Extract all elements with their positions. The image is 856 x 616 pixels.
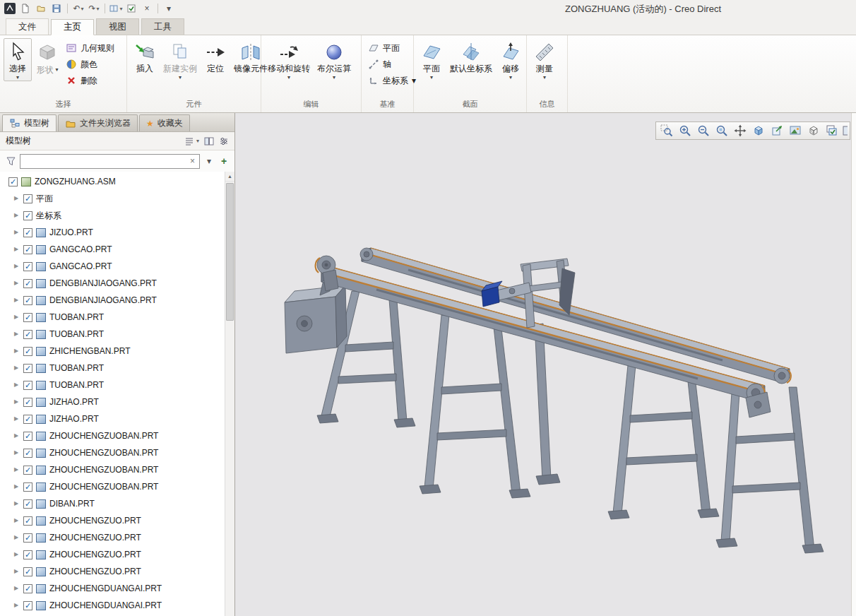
expand-arrow-icon[interactable]: ▶ [13,195,20,202]
tree-item-label[interactable]: TUOBAN.PRT [49,380,104,390]
tree-row[interactable]: ▶ ✓ DENGBIANJIAOGANG.PRT [0,292,225,309]
tree-row[interactable]: ▶ ✓ ZHOUCHENGDUANGAI.PRT [0,580,225,597]
app-icon[interactable] [3,2,17,15]
expand-arrow-icon[interactable]: ▶ [13,483,20,490]
expand-arrow-icon[interactable]: ▶ [13,585,20,592]
tree-item-label[interactable]: GANGCAO.PRT [49,244,112,254]
select-button[interactable]: 选择 ▾ [4,38,32,81]
tree-checkbox[interactable]: ✓ [8,177,18,186]
tree-item-label[interactable]: 平面 [36,193,53,205]
datum-axis-button[interactable]: 轴 [365,58,419,71]
tree-item-label[interactable]: ZHOUCHENGZUOBAN.PRT [49,448,158,458]
tree-item-label[interactable]: DENGBIANJIAOGANG.PRT [49,278,157,288]
tab-file[interactable]: 文件 [6,18,49,35]
tree-filter-settings-button[interactable] [219,136,229,146]
zoom-refit-icon[interactable] [713,123,730,138]
tree-checkbox[interactable]: ✓ [23,516,32,526]
tree-row[interactable]: ▶ ✓ 平面 [0,190,225,207]
tree-row[interactable]: ▶ ✓ ZHOUCHENGDUANGAI.PRT [0,597,225,614]
tree-checkbox[interactable]: ✓ [23,584,32,593]
expand-arrow-icon[interactable]: ▶ [13,602,20,609]
expand-arrow-icon[interactable]: ▶ [13,212,20,219]
tree-checkbox[interactable]: ✓ [23,296,32,305]
tree-row[interactable]: ▶ ✓ TUOBAN.PRT [0,360,225,377]
tree-row[interactable]: ▶ ✓ JIZUO.PRT [0,224,225,241]
tree-row[interactable]: ▶ ✓ DENGBIANJIAOGANG.PRT [0,275,225,292]
expand-arrow-icon[interactable]: ▶ [13,517,20,524]
pan-icon[interactable] [732,123,748,138]
tree-checkbox[interactable]: ✓ [23,262,32,271]
new-instance-button[interactable]: 新建实例 ▾ [160,38,200,81]
move-rotate-button[interactable]: 移动和旋转 ▾ [265,38,313,81]
view-manager-icon[interactable] [824,123,840,138]
toolbar-overflow-icon[interactable] [842,123,848,138]
tree-row[interactable]: ▶ ✓ ZHOUCHENGZUO.PRT [0,512,225,529]
expand-arrow-icon[interactable]: ▶ [13,348,20,355]
tree-scrollbar[interactable]: ▲ [225,172,234,616]
default-csys-button[interactable]: 默认坐标系 [447,38,495,74]
tree-row[interactable]: ▶ ✓ ZHICHENGBAN.PRT [0,343,225,360]
tree-checkbox[interactable]: ✓ [23,279,32,288]
tree-checkbox[interactable]: ✓ [23,432,32,441]
expand-arrow-icon[interactable]: ▶ [13,280,20,287]
tree-row[interactable]: ▶ ✓ TUOBAN.PRT [0,326,225,343]
tab-home[interactable]: 主页 [51,19,94,35]
measure-button[interactable]: 测量 ▾ [530,38,559,81]
clear-search-icon[interactable]: × [187,156,198,166]
expand-arrow-icon[interactable]: ▶ [13,229,20,236]
tree-checkbox[interactable]: ✓ [23,228,32,237]
tree-item-label[interactable]: TUOBAN.PRT [49,363,104,373]
tree-item-label[interactable]: ZHICHENGBAN.PRT [49,346,130,356]
expand-arrow-icon[interactable]: ▶ [13,568,20,575]
collapsed-panel-strip[interactable] [851,113,856,616]
tab-folder-browser[interactable]: 文件夹浏览器 [58,114,138,131]
tree-checkbox[interactable]: ✓ [23,550,32,559]
tree-checkbox[interactable]: ✓ [23,398,32,407]
tree-item-label[interactable]: ZONGZHUANG.ASM [35,177,116,186]
expand-arrow-icon[interactable]: ▶ [13,500,20,507]
tree-checkbox[interactable]: ✓ [23,211,32,220]
tree-row[interactable]: ▶ ✓ JIZHAO.PRT [0,410,225,427]
tree-item-label[interactable]: ZHOUCHENGDUANGAI.PRT [49,584,162,593]
graphics-viewport[interactable] [235,113,856,616]
tree-row[interactable]: ▶ ✓ ZHOUCHENGZUOBAN.PRT [0,461,225,478]
display-style-icon[interactable] [805,123,821,138]
tree-checkbox[interactable]: ✓ [23,449,32,458]
tab-view[interactable]: 视图 [96,18,139,35]
tree-checkbox[interactable]: ✓ [23,533,32,543]
view-face-icon[interactable] [768,123,785,138]
delete-button[interactable]: 删除 [63,74,117,87]
tree-item-label[interactable]: JIZHAO.PRT [49,414,99,424]
datum-csys-button[interactable]: 坐标系 ▾ [365,74,419,87]
expand-arrow-icon[interactable]: ▶ [13,263,20,270]
zoom-window-icon[interactable] [658,123,674,138]
tree-display-button[interactable]: ▾ [184,136,199,146]
tab-favorites[interactable]: ★ 收藏夹 [139,114,190,131]
scroll-up-icon[interactable]: ▲ [225,172,234,182]
offset-button[interactable]: 偏移 ▾ [497,38,525,81]
tree-item-label[interactable]: ZHOUCHENGZUOBAN.PRT [49,482,158,492]
section-plane-button[interactable]: 平面 ▾ [417,38,446,81]
tree-item-label[interactable]: DENGBIANJIAOGANG.PRT [49,295,157,305]
tree-row[interactable]: ▶ ✓ GANGCAO.PRT [0,258,225,275]
tree-item-label[interactable]: ZHOUCHENGZUO.PRT [49,567,141,576]
tree-item-label[interactable]: ZHOUCHENGZUOBAN.PRT [49,465,158,475]
expand-arrow-icon[interactable]: ▶ [13,449,20,456]
tree-checkbox[interactable]: ✓ [23,499,32,509]
scrollbar-thumb[interactable] [226,183,234,321]
boolean-operations-button[interactable]: 布尔运算 ▾ [314,38,354,81]
expand-arrow-icon[interactable]: ▶ [13,432,20,439]
tree-checkbox[interactable]: ✓ [23,330,32,339]
add-filter-button[interactable]: + [218,155,230,167]
tree-checkbox[interactable]: ✓ [23,347,32,356]
tree-row[interactable]: ▶ ✓ GANGCAO.PRT [0,241,225,258]
select-toggle-button[interactable] [124,2,138,15]
tree-checkbox[interactable]: ✓ [23,364,32,373]
tree-item-label[interactable]: TUOBAN.PRT [49,312,104,322]
tree-item-label[interactable]: ZHOUCHENGZUOBAN.PRT [49,431,158,441]
tree-checkbox[interactable]: ✓ [23,194,32,203]
tree-item-label[interactable]: 坐标系 [36,210,61,222]
tree-checkbox[interactable]: ✓ [23,245,32,254]
tree-item-label[interactable]: ZHOUCHENGZUO.PRT [49,533,141,543]
close-window-button[interactable]: × [140,2,154,15]
